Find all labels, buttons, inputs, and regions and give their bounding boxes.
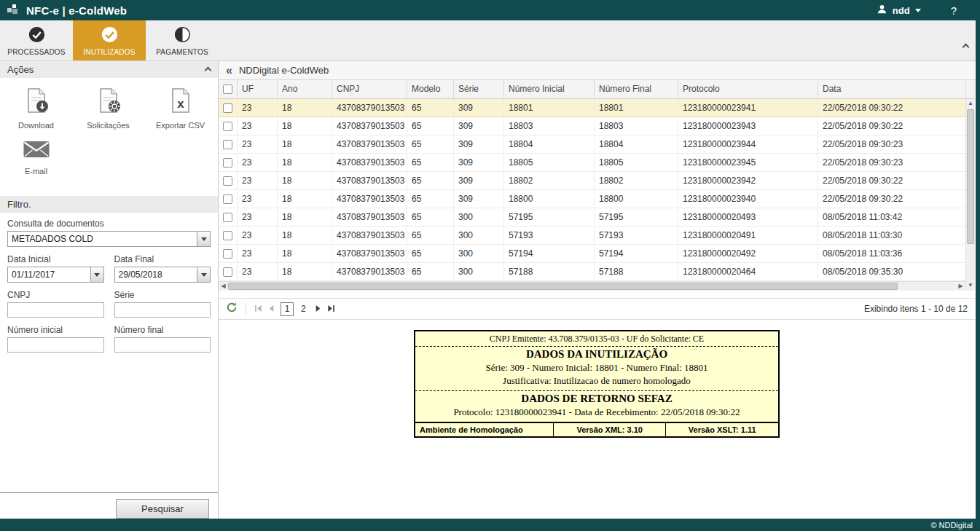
cnpj-field[interactable] xyxy=(7,302,104,318)
last-page-button[interactable] xyxy=(327,302,335,315)
table-row[interactable]: 2318437083790135036530918802188021231800… xyxy=(219,172,965,190)
table-cell: 18 xyxy=(278,208,332,226)
row-checkbox[interactable] xyxy=(223,267,232,277)
table-cell: 18800 xyxy=(504,190,595,208)
user-menu[interactable]: ndd xyxy=(893,5,910,16)
next-page-button[interactable] xyxy=(314,302,322,315)
scroll-left-icon[interactable]: ◀ xyxy=(219,282,228,291)
table-row[interactable]: 2318437083790135036530057188571881231800… xyxy=(219,263,965,281)
table-cell: 65 xyxy=(407,245,454,262)
column-header[interactable]: Série xyxy=(454,80,504,98)
actions-collapse-button[interactable] xyxy=(205,64,211,75)
doc-serie-line: Série: 309 - Numero Inicial: 18801 - Num… xyxy=(415,361,778,374)
numero-inicial-label: Número inicial xyxy=(7,325,104,335)
scroll-down-icon[interactable]: ▼ xyxy=(966,281,975,291)
row-checkbox[interactable] xyxy=(223,231,232,240)
table-cell: 22/05/2018 09:30:22 xyxy=(818,190,965,208)
prev-page-button[interactable] xyxy=(267,302,275,315)
horizontal-scrollbar[interactable]: ◀ ▶ xyxy=(219,281,965,291)
first-page-button[interactable] xyxy=(254,302,262,315)
column-header[interactable]: Número Inicial xyxy=(504,80,595,98)
numero-final-field[interactable] xyxy=(114,337,211,353)
column-header[interactable]: Data xyxy=(818,80,965,98)
vertical-scrollbar[interactable]: ▲ ▼ xyxy=(965,80,975,291)
table-cell: 18801 xyxy=(595,99,678,117)
email-button[interactable]: E-mail xyxy=(0,138,72,176)
actions-body: Download xyxy=(0,78,218,196)
column-header[interactable]: Protocolo xyxy=(678,80,818,98)
tab-pagamentos[interactable]: PAGAMENTOS xyxy=(146,20,219,60)
table-row[interactable]: 2318437083790135036530057195571951231800… xyxy=(219,208,965,227)
table-cell: 08/05/2018 11:03:30 xyxy=(818,227,965,244)
data-inicial-select[interactable]: 01/11/2017 xyxy=(7,267,104,283)
table-cell: 23 xyxy=(238,263,278,280)
table-cell: 43708379013503 xyxy=(332,227,407,244)
column-header[interactable]: Ano xyxy=(278,80,332,98)
row-checkbox[interactable] xyxy=(223,176,232,186)
table-row[interactable]: 2318437083790135036530918803188031231800… xyxy=(219,117,965,135)
table-cell: 57194 xyxy=(595,245,678,262)
table-cell: 22/05/2018 09:30:22 xyxy=(818,172,965,189)
table-cell: 43708379013503 xyxy=(332,117,407,135)
csv-document-icon: x xyxy=(167,87,195,117)
grid-header: UFAnoCNPJModeloSérieNúmero InicialNúmero… xyxy=(219,80,965,99)
column-header[interactable]: Modelo xyxy=(407,80,454,98)
consulta-dropdown-icon[interactable] xyxy=(197,232,210,246)
vscroll-thumb[interactable] xyxy=(967,109,974,244)
serie-field[interactable] xyxy=(114,302,211,318)
column-header[interactable]: CNPJ xyxy=(332,80,407,98)
exportar-csv-button[interactable]: x Exportar CSV xyxy=(144,87,216,130)
table-row[interactable]: 2318437083790135036530918800188001231800… xyxy=(219,190,965,208)
select-all-checkbox[interactable] xyxy=(223,84,232,94)
table-cell: 123180000020491 xyxy=(678,227,818,244)
table-row[interactable]: 2318437083790135036530918804188041231800… xyxy=(219,135,965,154)
table-cell: 08/05/2018 09:35:30 xyxy=(818,263,965,280)
scroll-up-icon[interactable]: ▲ xyxy=(966,99,975,109)
numero-inicial-field[interactable] xyxy=(7,337,104,353)
row-checkbox[interactable] xyxy=(223,140,232,149)
table-row[interactable]: 2318437083790135036530057194571941231800… xyxy=(219,245,965,263)
column-header[interactable]: Número Final xyxy=(595,80,678,98)
table-cell: 18 xyxy=(278,135,332,153)
table-cell: 18 xyxy=(278,172,332,189)
row-checkbox-cell xyxy=(219,190,238,208)
data-final-select[interactable]: 29/05/2018 xyxy=(114,267,211,283)
row-checkbox[interactable] xyxy=(223,194,232,204)
scroll-right-icon[interactable]: ▶ xyxy=(956,282,965,291)
detail-panel: CNPJ Emitente: 43.708.379/0135-03 - UF d… xyxy=(219,320,975,519)
solicitacoes-button[interactable]: Solicitações xyxy=(72,87,144,130)
toolbar-collapse-button[interactable] xyxy=(963,39,968,52)
user-menu-caret-icon[interactable] xyxy=(915,9,921,12)
column-header[interactable]: UF xyxy=(238,80,278,98)
data-inicial-dropdown-icon[interactable] xyxy=(90,267,103,282)
table-cell: 23 xyxy=(238,245,278,262)
row-checkbox[interactable] xyxy=(223,122,232,131)
row-checkbox[interactable] xyxy=(223,249,232,259)
nddigital-logo-icon xyxy=(7,2,20,18)
consulta-select[interactable]: METADADOS COLD xyxy=(7,231,211,247)
doc-emitente-line: CNPJ Emitente: 43.708.379/0135-03 - UF d… xyxy=(415,331,778,347)
table-row[interactable]: 2318437083790135036530918805188051231800… xyxy=(219,154,965,172)
table-cell: 23 xyxy=(238,172,278,189)
data-final-dropdown-icon[interactable] xyxy=(197,267,210,282)
tab-label: INUTILIZADOS xyxy=(83,48,135,56)
tab-processados[interactable]: PROCESSADOS xyxy=(0,20,73,60)
table-cell: 123180000023940 xyxy=(678,190,818,208)
pesquisar-button[interactable]: Pesquisar xyxy=(116,499,209,519)
table-row[interactable]: 2318437083790135036530057193571931231800… xyxy=(219,227,965,245)
sidebar-collapse-icon[interactable]: « xyxy=(226,65,232,76)
tab-inutilizados[interactable]: INUTILIZADOS xyxy=(73,20,146,60)
refresh-button[interactable] xyxy=(226,302,238,316)
row-checkbox[interactable] xyxy=(223,158,232,168)
page-button-2[interactable]: 2 xyxy=(298,303,309,315)
table-row[interactable]: 2318437083790135036530918801188011231800… xyxy=(219,99,965,117)
page-button-1[interactable]: 1 xyxy=(281,302,294,316)
table-cell: 309 xyxy=(454,99,504,117)
help-button[interactable]: ? xyxy=(951,4,957,17)
download-button[interactable]: Download xyxy=(0,87,72,130)
table-cell: 65 xyxy=(407,208,454,226)
row-checkbox[interactable] xyxy=(223,103,232,113)
row-checkbox[interactable] xyxy=(223,213,232,222)
filter-body: Consulta de documentos METADADOS COLD Da… xyxy=(0,213,218,360)
hscroll-thumb[interactable] xyxy=(228,283,898,290)
